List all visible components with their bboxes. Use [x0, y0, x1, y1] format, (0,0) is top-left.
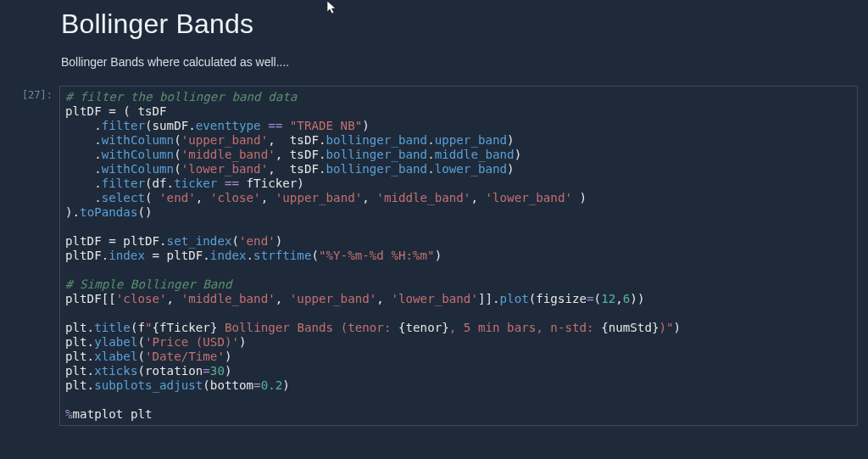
tok: =: [145, 249, 167, 262]
tok: ,: [268, 133, 290, 147]
tok: (): [137, 205, 152, 219]
tok: bollinger_band: [326, 133, 428, 147]
tok: index: [108, 249, 145, 262]
tok: withColumn: [102, 133, 174, 147]
tok: eventtype: [196, 119, 261, 132]
tok: ): [435, 249, 442, 262]
code-comment: # Simple Bollinger Band: [65, 277, 231, 291]
tok: ": [666, 321, 674, 334]
tok: tsDF: [137, 104, 166, 118]
tok: pltDF.: [123, 234, 166, 248]
code-cell: [27]: # filter the bollinger band data p…: [0, 86, 868, 426]
tok: 'Date/Time': [145, 350, 225, 363]
tok: middle_band: [435, 148, 515, 161]
tok: 'lower_band': [181, 162, 269, 176]
page-title: Bollinger Bands: [61, 8, 868, 40]
tok: pltDF.: [65, 249, 108, 262]
tok: ,: [261, 191, 275, 204]
tok: 'upper_band': [290, 292, 377, 305]
tok: =: [253, 378, 261, 392]
tok: (: [174, 133, 181, 147]
code-editor[interactable]: # filter the bollinger band data pltDF =…: [59, 86, 858, 426]
tok: ): [507, 162, 515, 176]
tok: (sumDF.: [145, 119, 196, 132]
code-comment: # filter the bollinger band data: [65, 90, 297, 104]
tok: 0.2: [261, 378, 283, 392]
tok: (: [231, 234, 239, 248]
tok: ": [145, 321, 153, 334]
tok: tsDF.: [290, 162, 326, 176]
tok: pltDF.: [167, 249, 210, 262]
tok: (: [594, 292, 602, 305]
tok: =: [203, 364, 210, 378]
tok: (: [137, 350, 145, 363]
page-subtext: Bollinger Bands where calculated as well…: [61, 55, 868, 69]
tok: fTicker: [159, 321, 210, 334]
tok: toPandas: [80, 205, 137, 219]
tok: xlabel: [94, 350, 137, 363]
tok: pltDF: [65, 234, 102, 248]
tok: select: [102, 191, 145, 204]
tok: bollinger_band: [326, 148, 428, 161]
tok: 'lower_band': [486, 191, 573, 204]
tok: ==: [261, 119, 290, 132]
tok: ,: [376, 292, 391, 305]
tok: (: [137, 335, 145, 349]
tok: plt.: [65, 378, 94, 392]
tok: .: [247, 249, 254, 262]
tok: set_index: [167, 234, 232, 248]
tok: ).: [65, 205, 80, 219]
tok: "%Y-%m-%d %H:%m": [319, 249, 435, 262]
tok: ): [674, 321, 682, 334]
tok: (: [145, 191, 159, 204]
tok: matplot plt: [73, 407, 153, 421]
tok: (bottom: [203, 378, 253, 392]
tok: "TRADE NB": [290, 119, 362, 132]
tok: .: [65, 119, 102, 132]
tok: .: [427, 133, 435, 147]
tok: ,: [362, 191, 376, 204]
tok: (df.: [145, 176, 174, 190]
tok: plt.: [65, 321, 94, 334]
tok: ]].: [478, 292, 500, 305]
tok: 'lower_band': [391, 292, 478, 305]
tok: ): [659, 321, 667, 334]
tok: ): [515, 148, 522, 161]
tok: ): [572, 191, 587, 204]
tok: %: [65, 407, 73, 421]
tok: ): [239, 335, 247, 349]
tok: 'close': [210, 191, 261, 204]
cell-prompt: [27]:: [0, 86, 59, 101]
tok: tsDF.: [290, 148, 326, 161]
tok: .: [65, 133, 102, 147]
tok: lower_band: [435, 162, 507, 176]
tok: plt.: [65, 335, 94, 349]
tok: 'end': [239, 234, 275, 248]
tok: }: [652, 321, 659, 334]
tok: filter: [102, 119, 145, 132]
tok: plt.: [65, 364, 94, 378]
tok: =: [587, 292, 594, 305]
tok: ): [507, 133, 515, 147]
tok: plot: [500, 292, 529, 305]
tok: .: [427, 162, 435, 176]
tok: .: [65, 148, 102, 161]
tok: ): [362, 119, 370, 132]
tok: bollinger_band: [326, 162, 428, 176]
tok: 'middle_band': [181, 292, 275, 305]
tok: )): [630, 292, 644, 305]
tok: tenor: [406, 321, 442, 334]
tok: 12: [601, 292, 615, 305]
notebook-page: Bollinger Bands Bollinger Bands where ca…: [0, 0, 868, 426]
tok: 'end': [159, 191, 196, 204]
tok: tsDF.: [290, 133, 326, 147]
tok: .: [65, 162, 102, 176]
tok: ,: [268, 162, 290, 176]
tok: {: [153, 321, 160, 334]
tok: ,: [196, 191, 210, 204]
tok: pltDF: [65, 104, 102, 118]
tok: {: [601, 321, 609, 334]
tok: ): [282, 378, 290, 392]
tok: subplots_adjust: [94, 378, 203, 392]
tok: ): [275, 234, 283, 248]
